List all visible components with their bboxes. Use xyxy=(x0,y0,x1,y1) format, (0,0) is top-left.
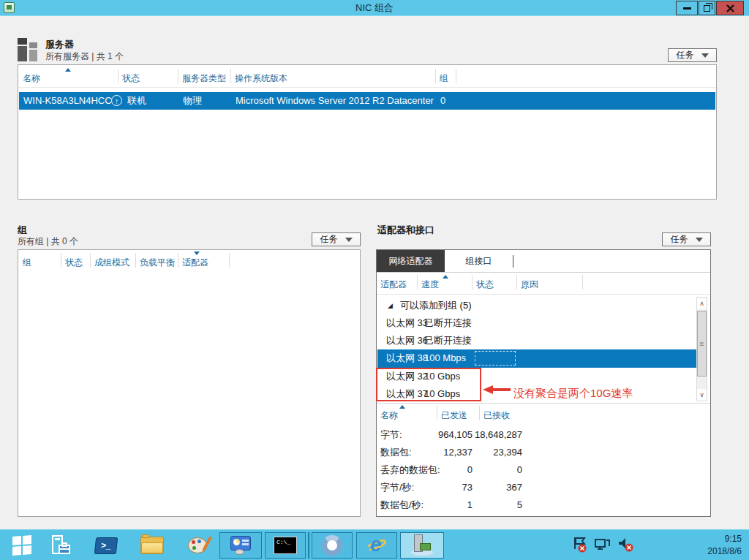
teams-tasks-button[interactable]: 任务 xyxy=(312,232,361,246)
col-team-status[interactable]: 状态 xyxy=(65,257,83,269)
volume-icon[interactable] xyxy=(617,536,635,553)
scrollbar-thumb[interactable]: ≡ xyxy=(697,311,707,377)
internet-explorer-icon: e xyxy=(366,534,388,556)
tasks-label: 任务 xyxy=(671,233,688,246)
network-status-icon[interactable] xyxy=(594,536,611,553)
servers-table: 名称 状态 服务器类型 操作系统版本 组 WIN-K58A3LN4HCC ↑ 联… xyxy=(18,64,717,200)
adapter-row-selected[interactable]: 以太网 38 100 Mbps xyxy=(377,349,696,368)
app-icon xyxy=(4,2,15,13)
stat-label: 数据包: xyxy=(380,444,412,461)
command-prompt-button[interactable]: C:\_ xyxy=(265,532,306,559)
server-manager-button[interactable] xyxy=(44,532,76,559)
col-reason[interactable]: 原因 xyxy=(521,279,538,291)
annotation-text: 没有聚合是两个10G速率 xyxy=(513,387,633,401)
command-prompt-icon: C:\_ xyxy=(274,537,297,554)
nic-teaming-app-button[interactable] xyxy=(400,532,444,559)
stat-row: 数据包/秒: 1 5 xyxy=(377,496,710,514)
col-os-version[interactable]: 操作系统版本 xyxy=(235,72,287,85)
col-speed[interactable]: 速度 xyxy=(421,279,439,291)
servers-title: 服务器 xyxy=(45,38,74,51)
adapter-row[interactable]: 以太网 36 已断开连接 xyxy=(377,332,696,349)
server-status: 联机 xyxy=(127,92,146,110)
col-state[interactable]: 状态 xyxy=(476,279,494,291)
col-load-balancing[interactable]: 负载平衡 xyxy=(140,257,175,269)
minimize-icon xyxy=(683,7,691,10)
action-center-flag-icon[interactable] xyxy=(572,536,588,553)
col-teaming-mode[interactable]: 成组模式 xyxy=(94,257,129,269)
display-settings-button[interactable] xyxy=(219,532,262,559)
powershell-button[interactable]: >_ xyxy=(90,532,122,559)
stat-sent: 0 xyxy=(418,461,473,479)
windows-logo-icon xyxy=(12,535,31,556)
sort-asc-icon xyxy=(399,405,405,409)
minimize-button[interactable] xyxy=(676,1,698,15)
servers-subtitle: 所有服务器 | 共 1 个 xyxy=(45,50,124,63)
start-button[interactable] xyxy=(6,532,38,559)
adapter-speed: 100 Mbps xyxy=(424,349,466,367)
close-button[interactable] xyxy=(716,1,744,15)
stat-received: 5 xyxy=(467,496,522,514)
col-received[interactable]: 已接收 xyxy=(483,409,510,422)
powershell-icon: >_ xyxy=(94,537,118,554)
scrollbar-up-button[interactable]: ∧ xyxy=(697,298,707,309)
sort-asc-icon xyxy=(65,68,71,72)
adapter-row[interactable]: 以太网 33 已断开连接 xyxy=(377,314,696,332)
col-team[interactable]: 组 xyxy=(23,257,31,269)
system-tray xyxy=(572,536,635,553)
col-server-type[interactable]: 服务器类型 xyxy=(182,72,226,85)
adapter-speed: 已断开连接 xyxy=(424,332,472,349)
stat-label: 字节: xyxy=(380,426,402,444)
stat-label: 字节/秒: xyxy=(380,479,414,496)
paint-palette-icon xyxy=(188,536,208,555)
stat-sent: 1 xyxy=(418,496,473,514)
server-row[interactable]: WIN-K58A3LN4HCC ↑ 联机 物理 Microsoft Window… xyxy=(19,92,715,110)
internet-explorer-button[interactable]: e xyxy=(356,532,397,559)
display-settings-icon xyxy=(229,536,252,555)
scrollbar[interactable]: ∧ ≡ ∨ xyxy=(696,297,707,401)
window-titlebar: NIC 组合 xyxy=(0,0,749,16)
restore-icon xyxy=(704,5,710,12)
col-teams[interactable]: 组 xyxy=(440,72,448,85)
stat-received: 0 xyxy=(467,461,522,479)
col-adapter[interactable]: 适配器 xyxy=(380,279,407,291)
col-name[interactable]: 名称 xyxy=(23,72,40,85)
group-expanded-icon: ◢ xyxy=(388,302,393,309)
clock-date: 2018/8/6 xyxy=(707,545,742,558)
col-sent[interactable]: 已发送 xyxy=(441,409,467,422)
stat-sent: 964,105 xyxy=(418,426,473,444)
server-os: Microsoft Windows Server 2012 R2 Datacen… xyxy=(236,92,434,110)
annotation-arrow-icon xyxy=(483,385,511,395)
chevron-down-icon xyxy=(701,53,709,58)
teams-subtitle: 所有组 | 共 0 个 xyxy=(18,235,78,248)
servers-icon xyxy=(18,38,41,61)
tasks-label: 任务 xyxy=(677,49,694,61)
tab-network-adapters[interactable]: 网络适配器 xyxy=(377,250,445,272)
sort-asc-icon xyxy=(443,275,448,279)
adapter-name: 以太网 36 xyxy=(386,332,428,349)
scrollbar-down-button[interactable]: ∨ xyxy=(697,389,707,401)
app-swirl-button[interactable] xyxy=(312,532,353,559)
clock[interactable]: 9:15 2018/8/6 xyxy=(707,533,742,558)
file-explorer-button[interactable] xyxy=(136,532,168,559)
tasks-label: 任务 xyxy=(320,233,338,246)
restore-button[interactable] xyxy=(699,1,715,15)
server-name: WIN-K58A3LN4HCC xyxy=(23,92,112,110)
stat-row: 字节: 964,105 18,648,287 xyxy=(377,426,710,444)
stat-row: 字节/秒: 73 367 xyxy=(377,479,710,496)
adapters-tasks-button[interactable]: 任务 xyxy=(662,232,711,246)
adapter-name: 以太网 33 xyxy=(386,314,428,332)
stat-sent: 73 xyxy=(418,479,473,496)
teams-table: 组 状态 成组模式 负载平衡 适配器 xyxy=(18,249,361,517)
adapter-group-header[interactable]: ◢ 可以添加到组 (5) xyxy=(377,297,696,314)
col-adapters[interactable]: 适配器 xyxy=(182,257,208,269)
paint-button[interactable] xyxy=(182,532,214,559)
servers-tasks-button[interactable]: 任务 xyxy=(668,48,717,62)
folder-icon xyxy=(140,537,164,554)
sort-desc-icon xyxy=(194,251,200,255)
server-team-count: 0 xyxy=(440,92,445,110)
col-status[interactable]: 状态 xyxy=(122,72,140,85)
group-label: 可以添加到组 (5) xyxy=(400,297,472,314)
col-stat-name[interactable]: 名称 xyxy=(380,409,398,422)
nic-teaming-icon xyxy=(410,534,434,556)
tab-team-interfaces[interactable]: 组接口 xyxy=(445,250,513,272)
